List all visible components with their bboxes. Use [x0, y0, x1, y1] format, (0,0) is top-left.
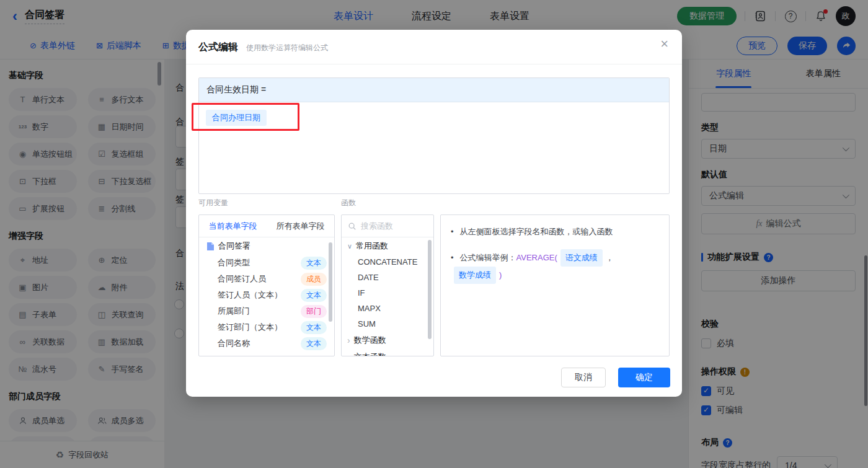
cancel-button[interactable]: 取消	[561, 368, 606, 387]
function-group-math[interactable]: 数学函数	[342, 332, 433, 348]
variable-row[interactable]: 合同签订人员成员	[199, 271, 334, 287]
variable-row[interactable]: 签订人员（文本）文本	[199, 287, 334, 303]
type-badge: 成员	[301, 273, 327, 286]
tab-all-form-fields[interactable]: 所有表单字段	[267, 215, 334, 237]
formula-editor[interactable]: 合同生效日期 = 合同办理日期	[198, 77, 670, 194]
function-item[interactable]: CONCATENATE	[342, 254, 433, 270]
variables-scrollbar-thumb[interactable]	[329, 242, 332, 322]
variables-label: 可用变量	[198, 198, 228, 208]
formula-body[interactable]: 合同办理日期	[199, 102, 669, 133]
functions-scrollbar-thumb[interactable]	[428, 240, 432, 339]
functions-panel: 搜索函数 常用函数 CONCATENATE DATE IF MAPX SUM 数…	[341, 214, 434, 356]
formula-target: 合同生效日期 =	[199, 78, 669, 102]
variable-row[interactable]: 签订部门（文本）文本	[199, 319, 334, 335]
hint-line-2: 公式编辑举例：AVERAGE(语文成绩，数学成绩)	[451, 249, 659, 284]
variables-tabs: 当前表单字段 所有表单字段	[199, 215, 334, 237]
hint-line-1: 从左侧面板选择字段名和函数，或输入函数	[451, 224, 659, 239]
function-item[interactable]: SUM	[342, 316, 433, 332]
close-icon[interactable]: ×	[660, 37, 668, 51]
variables-panel: 当前表单字段 所有表单字段 合同签署 合同类型文本 合同签订人员成员 签订人员（…	[198, 214, 335, 356]
formula-edit-modal: 公式编辑 使用数学运算符编辑公式 × 合同生效日期 = 合同办理日期 可用变量 …	[186, 30, 682, 397]
modal-subtitle: 使用数学运算符编辑公式	[246, 43, 328, 53]
form-doc-icon	[206, 242, 215, 251]
type-badge: 部门	[301, 305, 327, 318]
type-badge: 文本	[301, 321, 327, 334]
search-icon	[348, 222, 356, 231]
example-chip: 数学成绩	[454, 267, 496, 284]
hints-panel: 从左侧面板选择字段名和函数，或输入函数 公式编辑举例：AVERAGE(语文成绩，…	[440, 214, 670, 356]
modal-title: 公式编辑	[198, 41, 238, 54]
variable-row[interactable]: 合同名称文本	[199, 335, 334, 351]
formula-field-chip[interactable]: 合同办理日期	[206, 110, 267, 126]
confirm-button[interactable]: 确定	[618, 368, 670, 387]
function-item[interactable]: MAPX	[342, 301, 433, 316]
function-group-text[interactable]: 文本函数	[342, 348, 433, 356]
variable-row[interactable]: 所属部门部门	[199, 303, 334, 319]
modal-header: 公式编辑 使用数学运算符编辑公式	[198, 41, 328, 54]
modal-divider	[186, 64, 682, 64]
variable-row[interactable]: 合同类型文本	[199, 255, 334, 271]
example-chip: 语文成绩	[560, 249, 603, 267]
type-badge: 文本	[301, 337, 327, 350]
type-badge: 文本	[301, 257, 327, 270]
tab-current-form-fields[interactable]: 当前表单字段	[199, 215, 267, 237]
function-search[interactable]: 搜索函数	[342, 215, 433, 237]
functions-label: 函数	[341, 198, 356, 208]
function-group-common[interactable]: 常用函数	[342, 237, 433, 254]
function-item[interactable]: DATE	[342, 270, 433, 285]
function-item[interactable]: IF	[342, 285, 433, 301]
chevron-open-icon	[347, 241, 352, 250]
chevron-closed-icon	[347, 335, 350, 345]
search-placeholder: 搜索函数	[361, 221, 393, 232]
type-badge: 文本	[301, 289, 327, 302]
chevron-closed-icon	[347, 352, 350, 357]
app-root: ‹ 合同签署 表单设计 流程设定 表单设置 数据管理 政 ⊘表单外链 ⊠后端脚本	[0, 0, 868, 468]
variable-root-row[interactable]: 合同签署	[199, 237, 334, 255]
